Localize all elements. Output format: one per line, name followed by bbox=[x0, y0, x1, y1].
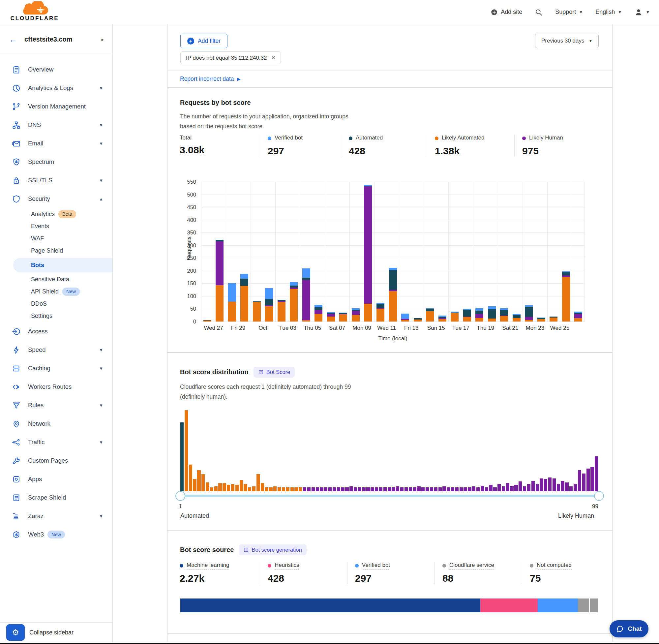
stat-machine-learning: Machine learning2.27k bbox=[180, 562, 260, 584]
stacked-bar[interactable] bbox=[240, 274, 248, 322]
sidebar-item-apps[interactable]: Apps bbox=[0, 470, 112, 488]
sidebar-item-speed[interactable]: Speed▼ bbox=[0, 341, 112, 359]
report-incorrect-data-link[interactable]: Report incorrect data▶ bbox=[180, 75, 240, 83]
stacked-bar[interactable] bbox=[439, 316, 446, 322]
stacked-bar[interactable] bbox=[574, 312, 582, 322]
active-filter-chip[interactable]: IP does not equal 35.212.240.32 × bbox=[180, 51, 281, 64]
stacked-bar[interactable] bbox=[389, 268, 397, 322]
back-arrow-icon[interactable]: ← bbox=[9, 35, 17, 44]
stacked-bar[interactable] bbox=[265, 288, 273, 322]
stat-value: 428 bbox=[268, 573, 344, 584]
date-range-dropdown[interactable]: Previous 30 days▼ bbox=[535, 33, 599, 48]
histogram-bar-score-4 bbox=[193, 479, 196, 491]
sidebar-item-email[interactable]: Email▼ bbox=[0, 134, 112, 153]
sidebar-item-overview[interactable]: Overview bbox=[0, 60, 112, 79]
stacked-bar[interactable] bbox=[562, 271, 570, 322]
stacked-bar[interactable] bbox=[364, 185, 372, 322]
sidebar-subitem-api-shield[interactable]: API ShieldNew bbox=[0, 285, 112, 298]
bot-score-generation-badge[interactable]: Bot score generation bbox=[239, 545, 306, 555]
stacked-bar[interactable] bbox=[314, 305, 323, 322]
sidebar-subitem-label: Analytics bbox=[31, 211, 55, 217]
stacked-bar[interactable] bbox=[339, 313, 347, 322]
support-menu[interactable]: Support▼ bbox=[555, 8, 583, 16]
gridline bbox=[201, 245, 585, 246]
score-slider-track[interactable] bbox=[180, 495, 599, 497]
add-site-button[interactable]: Add site bbox=[491, 8, 522, 16]
stacked-bar[interactable] bbox=[549, 317, 558, 322]
sidebar-subitem-events[interactable]: Events bbox=[0, 220, 112, 232]
language-menu[interactable]: English▼ bbox=[595, 8, 622, 16]
sidebar-subitem-bots[interactable]: Bots bbox=[13, 258, 112, 272]
slider-handle-min[interactable] bbox=[175, 491, 185, 501]
sidebar-item-traffic[interactable]: Traffic▼ bbox=[0, 433, 112, 452]
sidebar-item-rules[interactable]: Rules▼ bbox=[0, 396, 112, 414]
sidebar-item-version-management[interactable]: Version Management bbox=[0, 97, 112, 116]
sidebar-item-label: Web3 bbox=[28, 531, 44, 538]
stacked-bar[interactable] bbox=[278, 300, 285, 322]
stacked-bar[interactable] bbox=[426, 308, 434, 322]
gridline bbox=[201, 232, 585, 233]
histogram-bar-score-5 bbox=[197, 470, 201, 491]
stacked-bar[interactable] bbox=[376, 303, 384, 322]
cloudflare-logo[interactable]: CLOUDFLARE bbox=[6, 1, 63, 22]
stacked-bar[interactable] bbox=[352, 308, 360, 322]
stacked-bar[interactable] bbox=[525, 305, 533, 322]
sidebar-item-dns[interactable]: DNS▼ bbox=[0, 116, 112, 134]
stacked-bar[interactable] bbox=[513, 314, 521, 322]
stacked-bar[interactable] bbox=[451, 312, 458, 322]
stacked-bar[interactable] bbox=[204, 320, 211, 322]
stacked-bar[interactable] bbox=[537, 318, 545, 322]
sidebar-item-ssl-tls[interactable]: SSL/TLS▼ bbox=[0, 171, 112, 190]
histogram-bar-score-22 bbox=[269, 487, 272, 491]
sidebar-item-security[interactable]: Security▲ bbox=[0, 190, 112, 208]
account-menu[interactable]: ▼ bbox=[634, 8, 650, 17]
settings-gear-button[interactable]: ⚙ bbox=[6, 624, 25, 641]
remove-filter-icon[interactable]: × bbox=[271, 54, 275, 62]
gridline bbox=[201, 322, 585, 322]
stacked-bar[interactable] bbox=[216, 240, 223, 322]
sidebar-item-zaraz[interactable]: Zaraz▼ bbox=[0, 507, 112, 525]
sidebar-item-caching[interactable]: Caching▼ bbox=[0, 359, 112, 377]
stacked-bar[interactable] bbox=[302, 269, 310, 322]
gridline bbox=[201, 194, 585, 195]
stacked-bar[interactable] bbox=[414, 318, 422, 322]
chat-button[interactable]: Chat bbox=[610, 620, 649, 638]
add-filter-button[interactable]: + Add filter bbox=[180, 33, 228, 48]
stat-value: 1.38k bbox=[435, 145, 511, 157]
stacked-bar[interactable] bbox=[401, 314, 409, 322]
slider-handle-max[interactable] bbox=[594, 491, 604, 501]
sidebar-subitem-settings[interactable]: Settings bbox=[0, 310, 112, 322]
bar-segment-automated bbox=[265, 299, 273, 305]
sidebar-item-scrape-shield[interactable]: Scrape Shield bbox=[0, 488, 112, 507]
bar-segment-likely-human bbox=[327, 314, 335, 317]
sidebar-subitem-sensitive-data[interactable]: Sensitive Data bbox=[0, 273, 112, 285]
stacked-bar[interactable] bbox=[228, 283, 236, 322]
sidebar-item-workers-routes[interactable]: Workers Routes bbox=[0, 377, 112, 396]
sidebar-subitem-analytics[interactable]: AnalyticsBeta bbox=[0, 208, 112, 220]
sidebar-item-access[interactable]: Access bbox=[0, 322, 112, 341]
chevron-down-icon: ▼ bbox=[99, 514, 103, 519]
sidebar-item-network[interactable]: Network bbox=[0, 414, 112, 433]
gridline bbox=[201, 258, 585, 258]
search-button[interactable] bbox=[535, 8, 543, 16]
web3-icon bbox=[12, 530, 21, 539]
sidebar-subitem-page-shield[interactable]: Page Shield bbox=[0, 245, 112, 257]
site-switcher-caret[interactable]: ▸ bbox=[101, 37, 104, 43]
stacked-bar[interactable] bbox=[488, 306, 496, 322]
stacked-bar[interactable] bbox=[500, 308, 508, 322]
stacked-bar[interactable] bbox=[253, 301, 261, 322]
sidebar-item-analytics-logs[interactable]: Analytics & Logs▼ bbox=[0, 79, 112, 97]
stacked-bar[interactable] bbox=[327, 312, 335, 322]
bar-segment-automated bbox=[302, 278, 310, 280]
sidebar-item-web3[interactable]: Web3New bbox=[0, 525, 112, 544]
sidebar-subitem-label: Page Shield bbox=[31, 247, 63, 254]
stacked-bar[interactable] bbox=[475, 308, 483, 322]
stacked-bar[interactable] bbox=[290, 282, 298, 322]
sidebar-subitem-waf[interactable]: WAF bbox=[0, 232, 112, 245]
sidebar-item-custom-pages[interactable]: Custom Pages bbox=[0, 452, 112, 470]
stacked-bar[interactable] bbox=[463, 309, 471, 322]
bot-score-badge[interactable]: Bot Score bbox=[254, 367, 295, 377]
sidebar-subitem-ddos[interactable]: DDoS bbox=[0, 298, 112, 310]
sidebar-item-spectrum[interactable]: Spectrum bbox=[0, 153, 112, 171]
collapse-sidebar-label[interactable]: Collapse sidebar bbox=[29, 629, 73, 636]
